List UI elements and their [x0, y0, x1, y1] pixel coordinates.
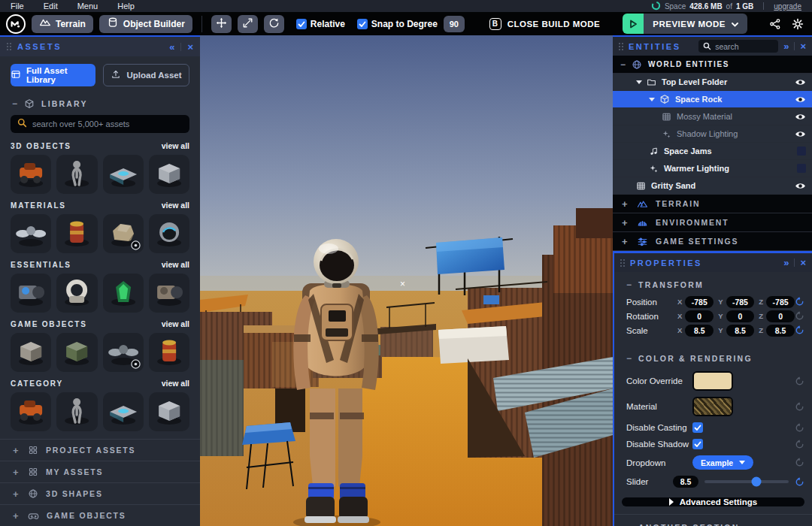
asset-thumb-space-helmet[interactable] [149, 214, 189, 253]
expand-icon[interactable]: + [622, 236, 629, 247]
collapse-panel-button[interactable]: « [169, 42, 174, 52]
slider-value-box[interactable]: 8.5 [673, 476, 698, 488]
visibility-eye-button[interactable] [794, 130, 806, 138]
entity-row-space-jams[interactable]: Space Jams [613, 143, 812, 159]
asset-thumb-metal-crate[interactable] [149, 392, 189, 431]
asset-thumb-supply-machine[interactable] [11, 333, 51, 372]
disable-shadow-checkbox[interactable] [692, 439, 703, 449]
collapse-transform-button[interactable]: − [626, 280, 632, 290]
collapse-library-button[interactable]: − [12, 98, 17, 109]
menu-item-edit[interactable]: Edit [44, 2, 58, 11]
expand-icon[interactable]: + [13, 488, 20, 500]
menu-item-file[interactable]: File [11, 2, 24, 11]
close-panel-button[interactable]: × [800, 257, 806, 268]
viewport-3d[interactable]: × [200, 35, 613, 526]
visibility-eye-button[interactable] [794, 78, 806, 86]
asset-group-3d-shapes[interactable]: +3D SHAPES [0, 482, 200, 504]
expand-icon[interactable]: + [13, 510, 20, 521]
asset-thumb-fuel-barrel[interactable] [149, 333, 189, 372]
asset-group-game-objects[interactable]: +GAME OBJECTS [0, 504, 200, 526]
asset-thumb-helmet-ring[interactable] [56, 274, 97, 313]
close-panel-button[interactable]: × [800, 41, 806, 52]
asset-thumb-orange-rover[interactable] [11, 392, 51, 431]
asset-group-project-assets[interactable]: +PROJECT ASSETS [0, 439, 200, 461]
visibility-eye-button[interactable] [794, 95, 806, 104]
entity-row-warmer-lighting[interactable]: Warmer Lighting [613, 160, 812, 177]
position-y-input[interactable]: -785 [726, 296, 755, 308]
entity-row-shadow-lighting[interactable]: Shadow Lighting [613, 125, 812, 142]
reset-color-override-button[interactable] [795, 376, 804, 386]
rotation-z-input[interactable]: 0 [766, 310, 795, 322]
scale-y-input[interactable]: 8.5 [726, 325, 755, 337]
play-button[interactable] [623, 14, 644, 34]
snap-degree-input[interactable] [444, 16, 465, 32]
asset-thumb-alien-device[interactable] [103, 274, 144, 313]
selection-marker[interactable]: × [400, 279, 405, 289]
upgrade-link[interactable]: upgrade [774, 2, 801, 11]
settings-gear-button[interactable] [789, 16, 806, 32]
app-logo[interactable] [6, 14, 26, 34]
visibility-eye-button[interactable] [794, 182, 806, 190]
terrain-button[interactable]: Terrain [32, 15, 93, 33]
entity-row-mossy-material[interactable]: Mossy Material [613, 108, 812, 125]
collapse-another-section-button[interactable]: − [626, 522, 632, 526]
entity-row-gritty-sand[interactable]: Gritty Sand [613, 177, 812, 194]
panel-drag-handle[interactable] [620, 259, 625, 267]
advanced-settings-button[interactable]: Advanced Settings [622, 497, 804, 506]
reset-dropdown-button[interactable] [795, 458, 804, 467]
expand-icon[interactable]: + [622, 198, 629, 210]
entities-search[interactable] [698, 40, 778, 53]
collapse-root-button[interactable]: − [620, 59, 626, 70]
slider-track[interactable] [704, 480, 789, 483]
entities-section-game-settings[interactable]: +GAME SETTINGS [613, 232, 812, 250]
asset-group-my-assets[interactable]: +MY ASSETS [0, 461, 200, 482]
object-builder-button[interactable]: Object Builder [99, 15, 192, 33]
reset-disable-shadow-button[interactable] [795, 440, 804, 449]
position-z-input[interactable]: -785 [766, 296, 795, 308]
asset-thumb-satellite[interactable] [11, 214, 51, 253]
asset-thumb-space-lander[interactable] [103, 392, 144, 431]
expand-icon[interactable]: + [13, 467, 20, 478]
snap-to-degree-checkbox[interactable] [357, 19, 368, 29]
asset-thumb-orange-rover[interactable] [11, 155, 51, 194]
visibility-toggle-off[interactable] [797, 164, 806, 173]
collapse-color-rendering-button[interactable]: − [626, 353, 632, 364]
asset-thumb-red-barrel[interactable] [56, 214, 97, 253]
reset-scale-button[interactable] [795, 325, 804, 335]
disable-casting-checkbox[interactable] [692, 422, 703, 433]
upload-asset-button[interactable]: Upload Asset [103, 64, 189, 86]
close-panel-button[interactable]: × [187, 42, 193, 52]
reset-position-button[interactable] [795, 297, 804, 307]
collapse-panel-button[interactable]: » [783, 257, 789, 268]
reset-material-button[interactable] [795, 402, 804, 412]
asset-thumb-gray-alien[interactable] [56, 155, 97, 194]
close-build-mode-button[interactable]: B CLOSE BUILD MODE [489, 18, 601, 30]
panel-drag-handle[interactable] [619, 43, 623, 50]
view-all-link[interactable]: view all [162, 319, 189, 328]
relative-checkbox[interactable] [296, 19, 307, 29]
asset-thumb-engine-part[interactable] [11, 274, 51, 313]
material-swatch[interactable] [692, 397, 733, 416]
asset-thumb-drone[interactable] [103, 333, 144, 372]
view-all-link[interactable]: view all [162, 260, 189, 269]
move-tool-button[interactable] [211, 15, 232, 33]
menu-item-help[interactable]: Help [117, 2, 135, 11]
rotation-y-input[interactable]: 0 [726, 310, 755, 322]
asset-thumb-military-crate[interactable] [56, 333, 97, 372]
asset-thumb-metal-crate[interactable] [149, 155, 189, 194]
entity-row-top-level-folder[interactable]: Top Level Folder [613, 74, 812, 90]
panel-drag-handle[interactable] [7, 43, 11, 50]
reset-disable-casting-button[interactable] [795, 423, 804, 433]
visibility-toggle-off[interactable] [797, 147, 806, 156]
color-override-swatch[interactable] [692, 371, 733, 391]
entity-row-space-rock[interactable]: Space Rock [613, 91, 812, 107]
reset-slider-button[interactable] [795, 477, 804, 487]
example-dropdown[interactable]: Example [692, 455, 753, 470]
share-button[interactable] [767, 16, 783, 32]
asset-search[interactable] [11, 115, 189, 133]
scale-x-input[interactable]: 8.5 [685, 325, 714, 337]
entities-section-terrain[interactable]: +TERRAIN [613, 195, 812, 213]
asset-thumb-turret[interactable] [149, 274, 189, 313]
collapse-panel-button[interactable]: » [783, 41, 789, 52]
scale-z-input[interactable]: 8.5 [766, 325, 795, 337]
